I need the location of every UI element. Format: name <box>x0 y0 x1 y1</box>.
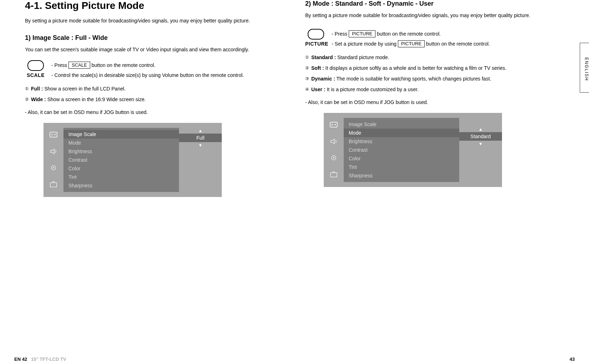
item-label: Standard : <box>310 54 336 60</box>
list-item: ① Standard : Standard picture mode. <box>305 52 564 62</box>
remote-button-illustration: SCALE <box>25 60 46 78</box>
up-arrow-icon: ▲ <box>179 128 222 133</box>
subsection-title: 1) Image Scale : Full - Wide <box>25 34 284 42</box>
option-list: ① Standard : Standard picture mode.② Sof… <box>305 52 564 94</box>
item-desc: The mode is suitable for watching sports… <box>335 76 491 82</box>
osd-menu-item: Image Scale <box>344 120 459 129</box>
item-label: Dynamic : <box>310 76 335 82</box>
subsection-title: 2) Mode : Standard - Soft - Dynamic - Us… <box>305 0 564 7</box>
osd-selected-value: Standard <box>459 132 502 141</box>
osd-menu-item: Contrast <box>63 156 179 164</box>
button-badge: PICTURE <box>349 30 375 37</box>
instruction-lines: - Press SCALE button on the remote contr… <box>51 60 284 80</box>
osd-screenshot: Image ScaleModeBrightnessContrastColorTi… <box>324 113 502 187</box>
item-desc: Show a screen in the full LCD Panel. <box>43 86 126 92</box>
osd-menu-item: Tint <box>63 173 179 181</box>
svg-point-10 <box>333 157 334 158</box>
picture-icon <box>329 121 339 129</box>
osd-value-column: ▲ Standard ▼ <box>459 118 502 182</box>
osd-menu-item: Tint <box>344 163 459 171</box>
list-item: ① Full : Show a screen in the full LCD P… <box>25 84 284 94</box>
button-badge: SCALE <box>68 62 90 69</box>
also-note: - Also, it can be set in OSD menu if JOG… <box>25 107 284 117</box>
item-number: ② <box>305 66 309 71</box>
osd-screenshot: Image ScaleModeBrightnessContrastColorTi… <box>43 123 222 197</box>
subsection-desc: You can set the screen's suitable image … <box>25 45 284 54</box>
remote-button-illustration: PICTURE <box>305 29 327 47</box>
osd-menu-item: Image Scale <box>63 130 179 139</box>
section-title: 4-1. Setting Picture Mode <box>25 0 284 11</box>
remote-button-label: PICTURE <box>305 41 327 47</box>
svg-point-8 <box>334 124 336 125</box>
item-label: Wide : <box>30 97 46 102</box>
item-desc: Show a screen in the 16:9 Wide screen si… <box>46 97 146 102</box>
osd-menu-item: Sharpness <box>344 171 459 180</box>
item-number: ④ <box>305 87 309 92</box>
channel-icon <box>48 180 58 188</box>
osd-menu: Image ScaleModeBrightnessContrastColorTi… <box>344 118 459 182</box>
intro-text: By setting a picture mode suitable for b… <box>305 10 564 20</box>
sound-icon <box>48 147 58 156</box>
item-number: ② <box>25 97 29 102</box>
osd-menu-item: Mode <box>344 129 459 137</box>
footer-page-number: 43 <box>570 357 575 362</box>
osd-menu-item: Contrast <box>344 146 459 154</box>
osd-icon-column <box>43 128 63 192</box>
item-number: ① <box>305 55 309 60</box>
also-note: - Also, it can be set in OSD menu if JOG… <box>305 97 564 107</box>
footer-left-code: EN 42 <box>14 357 27 362</box>
press-prefix: - Press <box>332 31 349 37</box>
item-label: Soft : <box>310 65 324 71</box>
osd-icon-column <box>324 118 344 182</box>
language-tab: ENGLISH <box>580 43 589 93</box>
item-desc: It is a picture mode customized by a use… <box>326 87 419 92</box>
down-arrow-icon: ▼ <box>459 141 502 146</box>
channel-icon <box>329 170 339 178</box>
item-label: User : <box>310 87 326 92</box>
svg-point-2 <box>54 134 56 135</box>
remote-button-label: SCALE <box>25 72 46 78</box>
page-footer: EN 42 15" TFT-LCD TV 43 <box>14 357 575 362</box>
instruction-lines: - Press PICTURE button on the remote con… <box>332 29 564 49</box>
picture-icon <box>48 131 58 139</box>
osd-menu-item: Mode <box>63 139 179 147</box>
press-prefix: - Press <box>51 62 68 68</box>
list-item: ② Soft : It displays a picture softly as… <box>305 63 564 73</box>
button-badge: PICTURE <box>398 40 425 47</box>
item-number: ③ <box>305 76 309 81</box>
osd-value-column: ▲ Full ▼ <box>179 128 222 192</box>
osd-menu-item: Color <box>344 154 459 163</box>
list-item: ④ User : It is a picture mode customized… <box>305 84 564 94</box>
osd-selected-value: Full <box>179 134 222 142</box>
item-desc: It displays a picture softly as a whole … <box>324 65 507 71</box>
sound-icon <box>329 137 339 146</box>
up-arrow-icon: ▲ <box>459 127 502 132</box>
osd-menu-item: Color <box>63 164 179 173</box>
svg-point-7 <box>332 124 333 125</box>
press-suffix: button on the remote control. <box>90 62 155 68</box>
list-item: ② Wide : Show a screen in the 16:9 Wide … <box>25 94 284 104</box>
svg-point-4 <box>53 167 54 168</box>
svg-point-1 <box>51 134 53 135</box>
footer-model: 15" TFT-LCD TV <box>31 357 66 362</box>
down-arrow-icon: ▼ <box>179 143 222 148</box>
remote-button-icon <box>27 60 44 71</box>
osd-menu: Image ScaleModeBrightnessContrastColorTi… <box>63 128 179 192</box>
item-desc: Standard picture mode. <box>336 54 389 60</box>
osd-menu-item: Brightness <box>344 137 459 146</box>
setup-icon <box>48 163 58 172</box>
press-suffix: button on the remote control. <box>375 31 441 37</box>
remote-button-icon <box>308 29 324 40</box>
osd-menu-item: Brightness <box>63 147 179 156</box>
right-page: 2) Mode : Standard - Soft - Dynamic - Us… <box>294 0 575 197</box>
press-suffix: button on the remote control. <box>425 41 490 47</box>
press-prefix: - Set a picture mode by using <box>332 41 398 47</box>
svg-rect-6 <box>330 122 337 127</box>
osd-menu-item: Sharpness <box>63 181 179 190</box>
option-list: ① Full : Show a screen in the full LCD P… <box>25 84 284 104</box>
svg-rect-0 <box>50 132 57 137</box>
svg-rect-5 <box>50 183 57 187</box>
setup-icon <box>329 154 339 162</box>
svg-rect-11 <box>331 173 337 177</box>
left-page: 4-1. Setting Picture Mode By setting a p… <box>14 0 294 197</box>
